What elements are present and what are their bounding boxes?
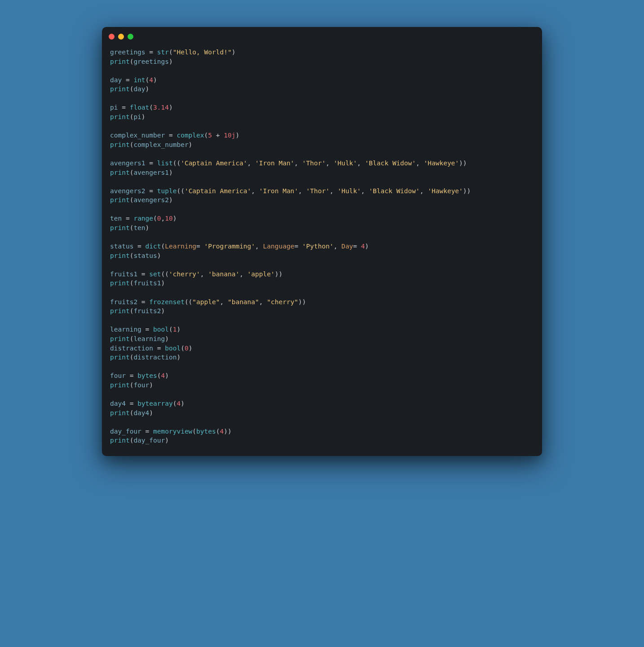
code-line	[110, 260, 534, 270]
code-content: greetings = str("Hello, World!")print(gr…	[102, 43, 542, 456]
code-token: )	[161, 307, 165, 315]
code-line: print(fruits2)	[110, 306, 534, 316]
code-token: 4	[176, 400, 181, 407]
code-token: 4	[220, 428, 224, 435]
code-line: avengers2 = tuple(('Captain America', 'I…	[110, 186, 534, 196]
code-line	[110, 177, 534, 186]
code-token: )	[149, 409, 153, 417]
code-token: (	[149, 104, 153, 111]
code-token: 'banana'	[208, 270, 239, 278]
minimize-icon[interactable]	[118, 34, 124, 40]
code-token: ten	[110, 215, 122, 222]
code-token: ,	[420, 187, 428, 195]
code-token: =	[353, 243, 361, 250]
code-token: )	[169, 104, 173, 111]
code-token: =	[122, 215, 133, 222]
code-token: ,	[200, 270, 208, 278]
code-token: =	[146, 49, 157, 56]
code-token: =	[137, 270, 149, 278]
code-line: fruits1 = set(('cherry', 'banana', 'appl…	[110, 270, 534, 279]
code-token: distraction	[133, 354, 176, 361]
code-token: 'Captain America'	[181, 160, 247, 167]
code-line: day = int(4)	[110, 75, 534, 85]
code-line: day4 = bytearray(4)	[110, 399, 534, 408]
code-line	[110, 94, 534, 103]
code-line	[110, 390, 534, 399]
code-token: pi	[133, 113, 141, 120]
code-token: fruits1	[110, 270, 137, 278]
code-token: status	[133, 252, 157, 259]
code-token: 10j	[224, 132, 235, 139]
code-token: =	[165, 132, 176, 139]
code-token: print	[110, 169, 130, 176]
code-token: ,	[259, 298, 267, 306]
code-token: )	[165, 335, 169, 342]
code-token: +	[212, 132, 224, 139]
code-token: =	[153, 345, 165, 352]
code-token: ((	[185, 298, 192, 306]
code-token: (	[204, 132, 208, 139]
close-icon[interactable]	[109, 34, 115, 40]
code-line: print(day4)	[110, 408, 534, 418]
code-token: ,	[330, 187, 337, 195]
code-token: ,	[161, 215, 165, 222]
code-token: print	[110, 252, 130, 259]
code-token: print	[110, 279, 130, 287]
code-token: ,	[326, 160, 333, 167]
code-line: print(distraction)	[110, 353, 534, 362]
code-token: ten	[133, 224, 145, 231]
code-line: print(avengers2)	[110, 195, 534, 205]
code-token: ((	[173, 160, 181, 167]
code-token: )	[176, 326, 181, 333]
maximize-icon[interactable]	[128, 34, 133, 40]
code-token: avengers2	[110, 187, 146, 195]
code-token: ((	[176, 187, 184, 195]
code-token: )	[149, 381, 153, 389]
code-token: day4	[110, 400, 126, 407]
code-token: 'cherry'	[169, 270, 200, 278]
code-token: fruits2	[133, 307, 161, 315]
code-line: print(fruits1)	[110, 279, 534, 288]
code-token: (	[169, 49, 173, 56]
code-line: print(four)	[110, 381, 534, 390]
code-token: print	[110, 141, 130, 148]
code-token: avengers2	[133, 196, 169, 204]
code-line: print(status)	[110, 251, 534, 261]
code-token: 'Iron Man'	[259, 187, 298, 195]
code-token: Language	[263, 243, 295, 250]
code-token: =	[133, 243, 145, 250]
code-token: 'apple'	[247, 270, 275, 278]
code-token: ))	[298, 298, 306, 306]
code-token: 5	[208, 132, 212, 139]
window-titlebar	[102, 27, 542, 43]
code-token: )	[153, 76, 157, 84]
code-token: =	[141, 326, 153, 333]
code-token: avengers1	[133, 169, 169, 176]
code-token: bytes	[196, 428, 216, 435]
code-token: )	[169, 169, 173, 176]
code-token: print	[110, 307, 130, 315]
code-token: 'Hawkeye'	[424, 160, 459, 167]
code-line: fruits2 = frozenset(("apple", "banana", …	[110, 297, 534, 307]
code-line: print(ten)	[110, 223, 534, 233]
code-token: "apple"	[192, 298, 220, 306]
code-token: bytes	[137, 372, 157, 379]
code-token: "banana"	[228, 298, 259, 306]
code-token: =	[294, 243, 302, 250]
code-token: )	[189, 141, 193, 148]
code-line: print(pi)	[110, 112, 534, 122]
code-token: 4	[361, 243, 365, 250]
code-token: status	[110, 243, 133, 250]
code-token: 'Black Widow'	[369, 187, 420, 195]
code-line: status = dict(Learning= 'Programming', L…	[110, 242, 534, 251]
code-token: bytearray	[137, 400, 173, 407]
code-line: print(greetings)	[110, 57, 534, 66]
code-token: float	[130, 104, 150, 111]
code-line: print(day)	[110, 84, 534, 94]
code-token: ,	[361, 187, 369, 195]
code-token: "cherry"	[267, 298, 298, 306]
code-line: distraction = bool(0)	[110, 344, 534, 353]
code-token: =	[126, 372, 137, 379]
code-token: distraction	[110, 345, 153, 352]
code-line	[110, 362, 534, 372]
